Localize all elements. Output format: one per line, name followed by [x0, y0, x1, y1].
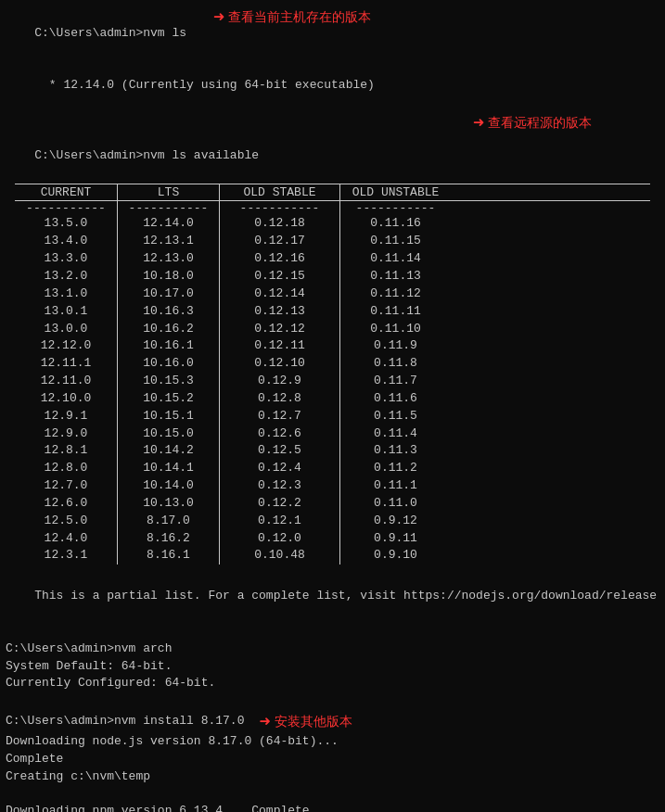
arrow-icon-1: ➜: [213, 6, 224, 29]
table-cell: 0.12.8: [219, 390, 339, 408]
table-row: 12.9.010.15.00.12.60.11.4: [15, 425, 650, 443]
table-cell: 10.16.0: [117, 355, 219, 373]
table-cell: 10.15.3: [117, 373, 219, 390]
table-cell: 0.12.7: [219, 408, 339, 425]
version-table: CURRENT LTS OLD STABLE OLD UNSTABLE ----…: [6, 184, 659, 565]
annotation-2: ➜ 查看远程源的版本: [473, 111, 592, 134]
table-cell: 12.8.0: [15, 460, 117, 477]
table-cell: 12.8.1: [15, 442, 117, 460]
table-row: 12.6.010.13.00.12.20.11.0: [15, 495, 650, 513]
table-row: 13.0.110.16.30.12.130.11.11: [15, 303, 650, 321]
arrow-icon-3: ➜: [259, 710, 270, 733]
install-out5: Downloading npm version 6.13.4... Comple…: [6, 803, 659, 812]
table-cell: 0.11.15: [339, 233, 451, 250]
table-cell: 13.4.0: [15, 233, 117, 250]
table-row: 13.4.012.13.10.12.170.11.15: [15, 233, 650, 250]
table-cell: 12.11.0: [15, 373, 117, 390]
table-cell: 13.5.0: [15, 215, 117, 233]
table-cell: 8.16.1: [117, 547, 219, 565]
col-header-old-stable: OLD STABLE: [219, 184, 339, 200]
table-row: 13.1.010.17.00.12.140.11.12: [15, 285, 650, 303]
table-cell: 8.16.2: [117, 530, 219, 548]
install-out2: Complete: [6, 751, 659, 768]
table-cell: 0.11.2: [339, 460, 451, 477]
blank-4: [6, 786, 659, 804]
table-cell: 13.0.0: [15, 321, 117, 338]
table-cell: 0.11.5: [339, 408, 451, 425]
table-cell: 0.11.4: [339, 425, 451, 443]
install-out1: Downloading node.js version 8.17.0 (64-b…: [6, 733, 659, 751]
table-cell: 12.6.0: [15, 495, 117, 513]
table-separator: ----------- ----------- ----------- ----…: [15, 201, 650, 215]
annotation-1: ➜ 查看当前主机存在的版本: [213, 6, 371, 29]
table-cell: 0.11.8: [339, 355, 451, 373]
table-cell: 10.16.2: [117, 321, 219, 338]
table-cell: 0.12.14: [219, 285, 339, 303]
table-cell: 0.12.5: [219, 442, 339, 460]
table-cell: 12.9.1: [15, 408, 117, 425]
table-cell: 0.12.17: [219, 233, 339, 250]
terminal-window: C:\Users\admin>nvm ls ➜ 查看当前主机存在的版本 * 12…: [0, 0, 665, 812]
table-cell: 0.11.6: [339, 390, 451, 408]
table-row: 12.7.010.14.00.12.30.11.1: [15, 477, 650, 495]
blank-3: [6, 692, 659, 710]
table-cell: 10.13.0: [117, 495, 219, 513]
table-cell: 13.3.0: [15, 250, 117, 268]
table-row: 12.4.08.16.20.12.00.9.11: [15, 530, 650, 548]
prompt: C:\Users\admin>nvm ls: [34, 26, 186, 40]
table-cell: 10.14.1: [117, 460, 219, 477]
annotation-text-2: 查看远程源的版本: [488, 115, 592, 132]
table-cell: 12.9.0: [15, 425, 117, 443]
install-out3: Creating c:\nvm\temp: [6, 768, 659, 786]
table-cell: 0.9.10: [339, 547, 451, 565]
table-cell: 0.12.1: [219, 513, 339, 530]
table-row: 12.11.110.16.00.12.100.11.8: [15, 355, 650, 373]
table-cell: 0.12.3: [219, 477, 339, 495]
table-cell: 0.12.18: [219, 215, 339, 233]
table-row: 13.3.012.13.00.12.160.11.14: [15, 250, 650, 268]
table-cell: 12.3.1: [15, 547, 117, 565]
table-cell: 12.10.0: [15, 390, 117, 408]
table-header: CURRENT LTS OLD STABLE OLD UNSTABLE: [15, 184, 650, 201]
table-cell: 0.12.13: [219, 303, 339, 321]
col-header-lts: LTS: [117, 184, 219, 200]
table-cell: 0.11.11: [339, 303, 451, 321]
annotation-text-1: 查看当前主机存在的版本: [228, 9, 371, 26]
cmd-nvm-arch-1: C:\Users\admin>nvm arch: [6, 641, 659, 658]
table-cell: 0.12.15: [219, 268, 339, 285]
nvm-arch-out1: System Default: 64-bit.: [6, 658, 659, 676]
table-row: 12.12.010.16.10.12.110.11.9: [15, 337, 650, 355]
table-body: 13.5.012.14.00.12.180.11.1613.4.012.13.1…: [6, 215, 659, 565]
nvm-arch-out2: Currently Configured: 64-bit.: [6, 675, 659, 692]
table-cell: 0.11.9: [339, 337, 451, 355]
table-cell: 0.11.0: [339, 495, 451, 513]
table-cell: 0.12.9: [219, 373, 339, 390]
table-cell: 0.12.0: [219, 530, 339, 548]
col-header-old-unstable: OLD UNSTABLE: [339, 184, 451, 200]
table-cell: 0.11.16: [339, 215, 451, 233]
table-cell: 10.15.1: [117, 408, 219, 425]
table-cell: 13.0.1: [15, 303, 117, 321]
table-cell: 0.12.11: [219, 337, 339, 355]
partial-note: This is a partial list. For a complete l…: [6, 568, 659, 623]
blank-2: [6, 623, 659, 641]
table-cell: 10.15.2: [117, 390, 219, 408]
table-cell: 0.11.7: [339, 373, 451, 390]
table-cell: 10.17.0: [117, 285, 219, 303]
table-cell: 0.12.2: [219, 495, 339, 513]
table-cell: 0.12.12: [219, 321, 339, 338]
table-cell: 0.9.11: [339, 530, 451, 548]
table-cell: 0.11.3: [339, 442, 451, 460]
table-cell: 10.16.1: [117, 337, 219, 355]
nvm-ls-output: * 12.14.0 (Currently using 64-bit execut…: [6, 60, 659, 113]
table-row: 12.9.110.15.10.12.70.11.5: [15, 408, 650, 425]
cmd-install-line: C:\Users\admin>nvm install 8.17.0 ➜ 安装其他…: [6, 710, 659, 733]
cmd-nvm-install: C:\Users\admin>nvm install 8.17.0: [6, 713, 244, 730]
table-cell: 0.10.48: [219, 547, 339, 565]
table-cell: 0.11.13: [339, 268, 451, 285]
table-cell: 12.14.0: [117, 215, 219, 233]
table-cell: 10.15.0: [117, 425, 219, 443]
table-cell: 10.14.2: [117, 442, 219, 460]
table-row: 13.0.010.16.20.12.120.11.10: [15, 321, 650, 338]
table-cell: 12.12.0: [15, 337, 117, 355]
